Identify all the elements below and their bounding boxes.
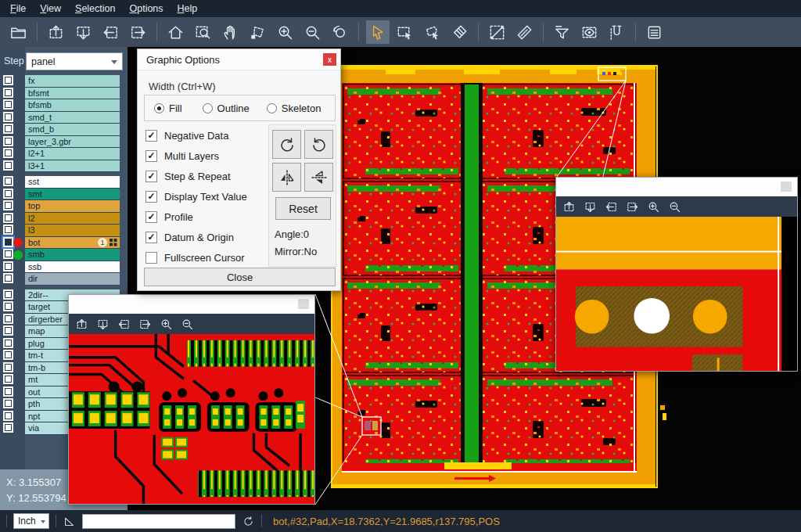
checkbox-display-text-value[interactable]: Display Text Value [145, 189, 247, 204]
layer-visibility-checkbox[interactable] [5, 149, 12, 156]
zoom-in-button[interactable] [645, 199, 661, 214]
layer-label[interactable]: top [25, 200, 120, 213]
pan-right-button[interactable] [127, 20, 150, 44]
window-button[interactable] [298, 299, 309, 309]
view-options-button[interactable] [578, 20, 602, 44]
layer-visibility-checkbox[interactable] [5, 275, 12, 282]
magnifier-window-1[interactable] [68, 294, 315, 505]
layer-visibility-checkbox[interactable] [5, 89, 12, 96]
layer-visibility-checkbox[interactable] [5, 376, 12, 383]
clear-highlight-button[interactable] [448, 20, 472, 44]
mirror-vertical-button[interactable] [304, 163, 333, 192]
layer-visibility-checkbox[interactable] [5, 138, 12, 145]
layer-visibility-checkbox[interactable] [5, 327, 12, 334]
zoom-drag-button[interactable] [246, 20, 270, 44]
command-input[interactable] [82, 514, 235, 529]
layer-visibility-checkbox[interactable] [5, 101, 12, 108]
magnifier-titlebar[interactable] [556, 178, 797, 196]
open-file-button[interactable] [7, 20, 31, 44]
menu-view[interactable]: View [33, 1, 68, 16]
magnifier-window-2[interactable] [555, 177, 798, 372]
log-panel-button[interactable] [643, 20, 666, 44]
paste-down-button[interactable] [72, 20, 95, 44]
zoom-out-button[interactable] [301, 20, 325, 44]
measure-distance-button[interactable] [486, 20, 509, 44]
layer-label[interactable]: smd_t [25, 112, 120, 124]
layer-label[interactable]: bfsmb [25, 99, 120, 112]
paste-up-button[interactable] [561, 199, 577, 214]
layer-visibility-checkbox[interactable] [5, 214, 12, 221]
rotate-ccw-button[interactable] [304, 130, 333, 159]
menu-selection[interactable]: Selection [68, 1, 122, 16]
layer-visibility-checkbox[interactable] [5, 364, 12, 371]
zoom-window-button[interactable] [192, 20, 215, 44]
radio-fill[interactable]: Fill [154, 102, 182, 114]
layer-visibility-checkbox[interactable] [5, 190, 12, 197]
zoom-previous-button[interactable] [329, 20, 352, 44]
layer-label[interactable]: fx [25, 75, 120, 88]
layer-visibility-checkbox[interactable] [5, 250, 12, 257]
paste-down-button[interactable] [582, 199, 598, 214]
filter-button[interactable] [551, 20, 574, 44]
pan-right-button[interactable] [137, 316, 153, 332]
layer-label[interactable]: l3+1 [25, 160, 120, 173]
layer-visibility-checkbox[interactable] [5, 113, 12, 120]
checkbox-negative-data[interactable]: Negative Data [145, 128, 228, 143]
checkbox-datum-origin[interactable]: Datum & Origin [145, 229, 234, 245]
pan-hand-button[interactable] [219, 20, 242, 44]
layer-visibility-checkbox[interactable] [5, 263, 12, 270]
layer-visibility-checkbox[interactable] [5, 400, 12, 407]
layer-label[interactable]: smt [25, 189, 120, 201]
menu-options[interactable]: Options [122, 1, 170, 16]
layer-label[interactable]: l2 [25, 213, 120, 225]
layer-label[interactable]: sst [25, 176, 120, 189]
radio-outline[interactable]: Outline [203, 102, 250, 114]
mirror-horizontal-button[interactable] [272, 163, 301, 192]
pan-left-button[interactable] [99, 20, 123, 44]
measure-ruler-button[interactable] [513, 20, 537, 44]
pan-left-button[interactable] [116, 316, 131, 332]
layer-label[interactable]: dir [25, 273, 120, 286]
layer-label[interactable]: bot 1 [25, 237, 120, 250]
menu-file[interactable]: File [3, 1, 33, 16]
layer-visibility-checkbox[interactable] [5, 202, 12, 209]
layer-label[interactable]: l3 [25, 225, 120, 237]
snap-button[interactable] [605, 20, 629, 44]
layer-label[interactable]: smb [25, 249, 120, 261]
menu-help[interactable]: Help [171, 1, 205, 16]
layer-visibility-checkbox[interactable] [5, 162, 12, 169]
layer-visibility-checkbox[interactable] [5, 412, 12, 419]
layer-visibility-checkbox[interactable] [5, 125, 12, 132]
layer-visibility-checkbox[interactable] [5, 340, 12, 347]
rotate-cw-button[interactable] [272, 130, 301, 159]
layer-visibility-checkbox[interactable] [5, 424, 12, 431]
unit-select[interactable]: Inch [13, 513, 49, 529]
dialog-titlebar[interactable]: Graphic Options [138, 49, 340, 70]
layer-visibility-checkbox[interactable] [5, 226, 12, 233]
magnifier-titlebar[interactable] [69, 295, 314, 314]
layer-label[interactable]: ssb [25, 261, 120, 274]
polygon-select-button[interactable] [421, 20, 444, 44]
layer-label[interactable]: bfsmt [25, 88, 120, 100]
zoom-out-button[interactable] [179, 316, 195, 332]
paste-down-button[interactable] [95, 316, 110, 332]
pan-right-button[interactable] [624, 199, 640, 214]
checkbox-profile[interactable]: Profile [145, 209, 193, 225]
pan-left-button[interactable] [603, 199, 619, 214]
layer-visibility-checkbox[interactable] [5, 315, 12, 322]
layer-visibility-checkbox[interactable] [5, 77, 12, 84]
zoom-in-button[interactable] [158, 316, 174, 332]
checkbox-multi-layers[interactable]: Multi Layers [145, 148, 219, 164]
magnified-fiducial-detail[interactable] [556, 217, 797, 371]
select-cursor-button[interactable] [366, 20, 390, 44]
reset-button[interactable]: Reset [275, 197, 331, 220]
home-view-button[interactable] [164, 20, 188, 44]
checkbox-step-repeat[interactable]: Step & Repeat [145, 168, 231, 184]
layer-visibility-checkbox[interactable] [5, 303, 12, 310]
close-button[interactable]: Close [144, 268, 336, 286]
layer-label[interactable]: l2+1 [25, 148, 120, 160]
layer-visibility-checkbox[interactable] [5, 388, 12, 395]
layer-label[interactable]: layer_3.gbr [25, 136, 120, 149]
dialog-close-button[interactable]: x [323, 53, 336, 66]
rect-select-button[interactable] [393, 20, 417, 44]
